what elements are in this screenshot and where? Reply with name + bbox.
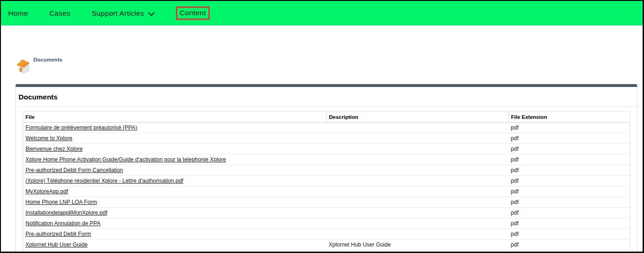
table-row: Welcome to Xplore pdf	[23, 133, 630, 144]
file-link[interactable]: MyXploreApp.pdf	[25, 188, 68, 195]
description-cell	[326, 197, 508, 208]
file-link[interactable]: Pre-authorized Debit Form Cancellation	[25, 167, 123, 173]
table-row: Xplornet Hub User Guide Xplornet Hub Use…	[23, 240, 630, 250]
panel-title: Documents	[16, 87, 637, 107]
table-row: InstallationdelappliMonXplore.pdf pdf	[23, 208, 630, 218]
file-cell: Xplornet Hub User Guide	[23, 240, 327, 250]
table-row: Pre-authorized Debit Form Cancellation p…	[23, 165, 630, 176]
file-cell: Pre-authorized Debit Form Cancellation	[23, 165, 327, 176]
file-cell: MyXploreApp.pdf	[23, 186, 327, 197]
description-cell: Xplornet Hub User Guide	[326, 240, 508, 250]
column-header-description: Description	[326, 112, 508, 123]
file-cell: Formulaire de prélèvement préautorisé (P…	[23, 123, 327, 133]
description-cell	[326, 186, 508, 197]
nav-item-support-articles[interactable]: Support Articles	[92, 9, 155, 18]
file-cell: Home Phone LNP LOA Form	[23, 197, 327, 208]
description-cell	[326, 218, 508, 229]
extension-cell: pdf	[508, 229, 630, 240]
app-window: Home Cases Support Articles Content	[0, 0, 644, 253]
file-link[interactable]: Home Phone LNP LOA Form	[25, 199, 97, 205]
file-cell: Station Xplornet Guide de l'utilisateur	[23, 250, 327, 253]
extension-cell: pdf	[508, 186, 630, 197]
column-header-file-extension: File Extension	[508, 112, 630, 123]
table-header-row: File Description File Extension	[23, 112, 630, 123]
chevron-down-icon	[148, 10, 155, 18]
table-row: MyXploreApp.pdf pdf	[23, 186, 630, 197]
file-link[interactable]: Welcome to Xplore	[25, 135, 72, 142]
extension-cell: pdf	[508, 250, 630, 253]
description-cell	[326, 229, 508, 240]
file-cell: Bienvenue chez Xplore	[23, 144, 327, 154]
table-row: Bienvenue chez Xplore pdf	[23, 144, 630, 154]
file-cell: Notification Annulation de PPA	[23, 218, 327, 229]
nav-item-cases-label: Cases	[50, 9, 70, 18]
main-content: Documents Documents File Description Fil…	[1, 57, 643, 253]
home-icon[interactable]	[16, 57, 30, 75]
nav-item-cases[interactable]: Cases	[50, 9, 70, 18]
extension-cell: pdf	[508, 176, 630, 186]
nav-item-content[interactable]: Content	[176, 6, 209, 20]
table-row: Formulaire de prélèvement préautorisé (P…	[23, 123, 630, 133]
table-row: Pre-authorized Debit Form pdf	[23, 229, 630, 240]
file-cell: InstallationdelappliMonXplore.pdf	[23, 208, 327, 218]
file-link[interactable]: (Xplore) Téléphone résidentiel Xplore - …	[25, 178, 183, 184]
file-link[interactable]: Xplore Home Phone Activation Guide/Guide…	[25, 156, 226, 163]
extension-cell: pdf	[508, 208, 630, 218]
extension-cell: pdf	[508, 218, 630, 229]
file-link[interactable]: Notification Annulation de PPA	[25, 220, 100, 227]
top-navigation: Home Cases Support Articles Content	[1, 1, 643, 25]
description-cell	[326, 154, 508, 165]
file-link[interactable]: InstallationdelappliMonXplore.pdf	[25, 210, 107, 216]
column-header-file: File	[23, 112, 327, 123]
nav-item-support-articles-label: Support Articles	[92, 9, 144, 18]
extension-cell: pdf	[508, 123, 630, 133]
file-link[interactable]: Formulaire de prélèvement préautorisé (P…	[25, 124, 137, 131]
file-link[interactable]: Pre-authorized Debit Form	[25, 231, 91, 237]
file-cell: Pre-authorized Debit Form	[23, 229, 327, 240]
extension-cell: pdf	[508, 240, 630, 250]
breadcrumb-label: Documents	[33, 57, 63, 62]
table-row: (Xplore) Téléphone résidentiel Xplore - …	[23, 176, 630, 186]
table-row: Station Xplornet Guide de l'utilisateur …	[23, 250, 630, 253]
table-row: Xplore Home Phone Activation Guide/Guide…	[23, 154, 630, 165]
extension-cell: pdf	[508, 133, 630, 144]
file-cell: Welcome to Xplore	[23, 133, 327, 144]
extension-cell: pdf	[508, 197, 630, 208]
breadcrumb: Documents	[16, 57, 636, 78]
description-cell	[326, 144, 508, 154]
description-cell: Station Xplornet Guide de l'utilisateur	[326, 250, 508, 253]
documents-table-body: Formulaire de prélèvement préautorisé (P…	[23, 123, 630, 253]
nav-item-content-label: Content	[180, 9, 206, 17]
documents-table-container: File Description File Extension Formulai…	[16, 107, 637, 253]
description-cell	[326, 123, 508, 133]
file-link[interactable]: Bienvenue chez Xplore	[25, 146, 82, 152]
description-cell	[326, 208, 508, 218]
extension-cell: pdf	[508, 165, 630, 176]
documents-panel: Documents File Description File Extensio…	[15, 84, 638, 253]
extension-cell: pdf	[508, 154, 630, 165]
nav-item-home[interactable]: Home	[8, 9, 28, 18]
description-cell	[326, 176, 508, 186]
file-cell: Xplore Home Phone Activation Guide/Guide…	[23, 154, 327, 165]
extension-cell: pdf	[508, 144, 630, 154]
table-row: Home Phone LNP LOA Form pdf	[23, 197, 630, 208]
nav-item-home-label: Home	[8, 9, 28, 18]
documents-table: File Description File Extension Formulai…	[23, 111, 630, 253]
description-cell	[326, 133, 508, 144]
file-link[interactable]: Xplornet Hub User Guide	[25, 241, 88, 248]
description-cell	[326, 165, 508, 176]
table-row: Notification Annulation de PPA pdf	[23, 218, 630, 229]
file-cell: (Xplore) Téléphone résidentiel Xplore - …	[23, 176, 327, 186]
